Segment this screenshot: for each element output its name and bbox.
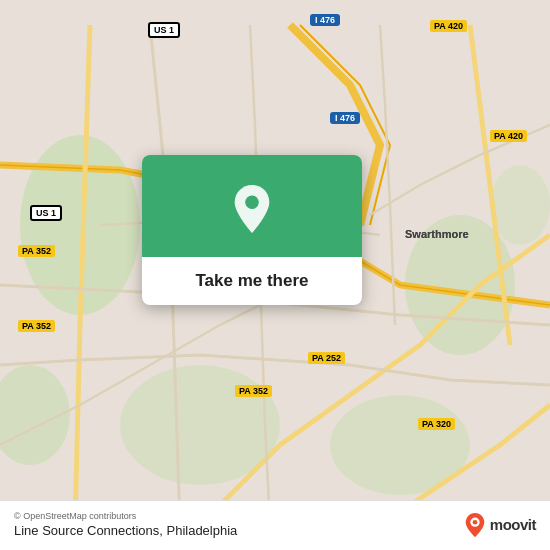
- road-badge-i476-top: I 476: [310, 14, 340, 26]
- svg-point-6: [490, 165, 550, 245]
- road-badge-pa352-left2: PA 352: [18, 320, 55, 332]
- road-badge-us1-left: US 1: [30, 205, 62, 221]
- map-pin-icon: [230, 183, 274, 235]
- popup-green-background: [142, 155, 362, 257]
- popup-label[interactable]: Take me there: [179, 257, 324, 305]
- copyright-text: © OpenStreetMap contributors: [14, 511, 237, 521]
- road-badge-pa420-right: PA 420: [490, 130, 527, 142]
- location-text: Line Source Connections, Philadelphia: [14, 523, 237, 538]
- svg-point-7: [245, 196, 258, 209]
- road-badge-pa252: PA 252: [308, 352, 345, 364]
- swarthmore-label: Swarthmore: [405, 228, 469, 240]
- road-badge-pa352-left1: PA 352: [18, 245, 55, 257]
- road-badge-us1-top: US 1: [148, 22, 180, 38]
- moovit-logo: moovit: [464, 512, 536, 538]
- bottom-bar: © OpenStreetMap contributors Line Source…: [0, 500, 550, 550]
- bottom-left: © OpenStreetMap contributors Line Source…: [14, 511, 237, 538]
- road-badge-i476-mid: I 476: [330, 112, 360, 124]
- map-container: US 1 US 1 I 476 I 476 PA 420 PA 420 PA 3…: [0, 0, 550, 550]
- road-badge-pa320: PA 320: [418, 418, 455, 430]
- road-badge-pa420-top: PA 420: [430, 20, 467, 32]
- popup-card[interactable]: Take me there: [142, 155, 362, 305]
- svg-point-9: [473, 519, 478, 524]
- road-badge-pa352-btm: PA 352: [235, 385, 272, 397]
- moovit-pin-icon: [464, 512, 486, 538]
- moovit-text: moovit: [490, 516, 536, 533]
